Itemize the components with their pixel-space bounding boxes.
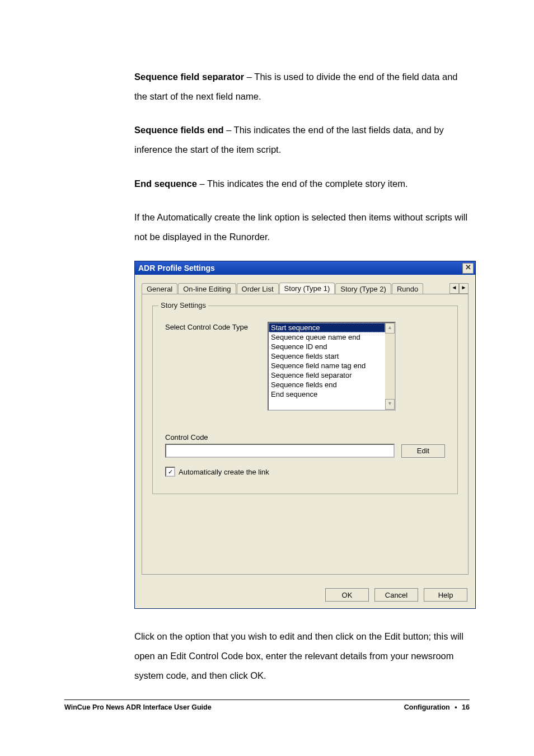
close-button[interactable]: ✕ [462, 263, 474, 274]
tab-scroll-left[interactable]: ◄ [449, 283, 459, 294]
control-code-input[interactable] [165, 444, 395, 458]
paragraph-2: Sequence fields end – This indicates the… [134, 120, 470, 159]
scroll-up-button[interactable]: ▲ [385, 323, 395, 334]
tab-rundown[interactable]: Rundo [392, 283, 423, 294]
checkbox-label: Automatically create the link [179, 468, 269, 476]
dialog-titlebar: ADR Profile Settings ✕ [135, 261, 475, 275]
tab-story-type-1[interactable]: Story (Type 1) [279, 283, 335, 294]
page-footer: WinCue Pro News ADR Interface User Guide… [64, 695, 470, 711]
p2-term: Sequence fields end [134, 125, 224, 135]
scroll-track[interactable] [385, 334, 395, 399]
select-control-code-type-label: Select Control Code Type [165, 322, 257, 411]
p1-term: Sequence field separator [134, 72, 244, 82]
story-settings-group: Story Settings Select Control Code Type … [152, 306, 458, 494]
tab-scroll-right[interactable]: ► [459, 283, 469, 294]
tab-order-list[interactable]: Order List [237, 283, 279, 294]
help-button[interactable]: Help [424, 588, 467, 602]
list-item[interactable]: Sequence fields end [269, 380, 385, 389]
tab-general[interactable]: General [142, 283, 177, 294]
close-icon: ✕ [465, 263, 471, 271]
footer-bullet-icon: • [452, 703, 460, 711]
footer-page-number: 16 [462, 703, 470, 711]
tab-panel-story-type-1: Story Settings Select Control Code Type … [142, 294, 469, 575]
list-item[interactable]: Start sequence [269, 323, 385, 332]
paragraph-1: Sequence field separator – This is used … [134, 67, 470, 106]
p3-term: End sequence [134, 179, 197, 189]
scroll-down-button[interactable]: ▼ [385, 399, 395, 410]
list-item[interactable]: Sequence fields start [269, 351, 385, 361]
list-item[interactable]: Sequence queue name end [269, 332, 385, 342]
cancel-button[interactable]: Cancel [374, 588, 418, 602]
control-code-type-listbox[interactable]: Start sequence Sequence queue name end S… [268, 322, 396, 411]
tab-story-type-2[interactable]: Story (Type 2) [335, 283, 391, 294]
control-code-label: Control Code [165, 433, 445, 442]
list-item[interactable]: End sequence [269, 389, 385, 399]
dialog-button-row: OK Cancel Help [135, 583, 475, 608]
footer-rule [64, 699, 470, 700]
dialog-title: ADR Profile Settings [138, 264, 462, 273]
p3-text: – This indicates the end of the complete… [197, 179, 408, 189]
footer-section: Configuration [404, 703, 450, 711]
auto-create-link-checkbox[interactable]: ✓ Automatically create the link [165, 467, 445, 477]
listbox-scrollbar: ▲ ▼ [385, 323, 395, 410]
list-item[interactable]: Sequence field separator [269, 370, 385, 380]
tab-scroller: ◄ ► [449, 283, 469, 294]
tab-strip: General On-line Editing Order List Story… [142, 280, 469, 294]
checkbox-icon: ✓ [165, 467, 175, 477]
tab-online-editing[interactable]: On-line Editing [178, 283, 236, 294]
footer-left: WinCue Pro News ADR Interface User Guide [64, 703, 212, 711]
list-item[interactable]: Sequence field name tag end [269, 361, 385, 370]
list-item[interactable]: Sequence ID end [269, 342, 385, 351]
groupbox-title: Story Settings [158, 301, 208, 309]
paragraph-3: End sequence – This indicates the end of… [134, 174, 470, 194]
paragraph-5: Click on the option that you wish to edi… [134, 627, 470, 685]
adr-profile-settings-dialog: ADR Profile Settings ✕ General On-line E… [134, 261, 476, 609]
ok-button[interactable]: OK [325, 588, 369, 602]
edit-button[interactable]: Edit [401, 444, 445, 458]
paragraph-4: If the Automatically create the link opt… [134, 208, 470, 246]
